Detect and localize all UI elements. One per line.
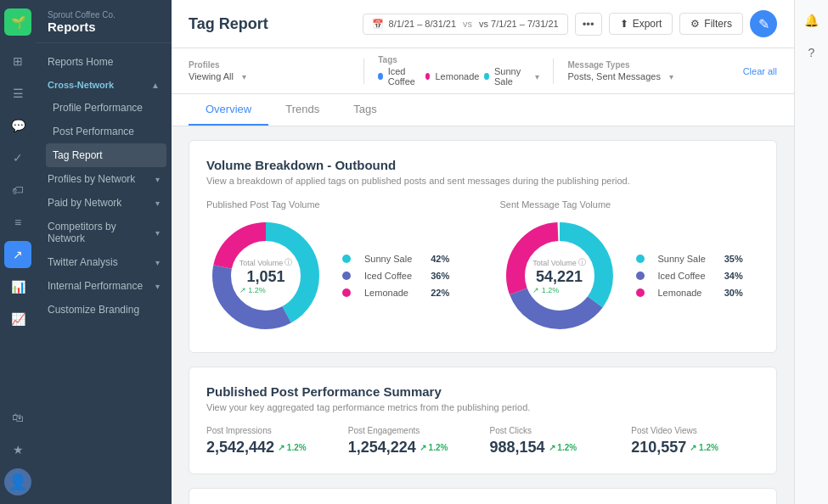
profiles-filter: Profiles Viewing All ▾ — [189, 60, 350, 81]
right-rail: 🔔 ? — [794, 0, 828, 504]
help-icon[interactable]: ? — [800, 41, 824, 64]
tab-tags[interactable]: Tags — [336, 94, 393, 126]
published-chart-container: Total Volume ⓘ 1,051 ↗ 1.2% Sunny Sale 4… — [206, 216, 466, 335]
impressions-label: Post Impressions — [206, 426, 335, 435]
clear-all-button[interactable]: Clear all — [743, 66, 777, 76]
header-actions: 📅 8/1/21 – 8/31/21 vs vs 7/1/21 – 7/31/2… — [363, 10, 777, 37]
published-donut: Total Volume ⓘ 1,051 ↗ 1.2% — [206, 216, 325, 335]
send-icon[interactable]: ↗ — [4, 241, 31, 268]
list-icon[interactable]: ≡ — [4, 209, 31, 236]
content-area: Volume Breakdown - Outbound View a break… — [172, 126, 794, 504]
message-types-value[interactable]: Posts, Sent Messages ▾ — [567, 71, 729, 81]
export-button[interactable]: ⬆ Export — [609, 13, 673, 35]
vs-text: vs — [463, 19, 472, 29]
published-donut-center: Total Volume ⓘ 1,051 ↗ 1.2% — [239, 257, 293, 294]
profiles-filter-value[interactable]: Viewing All ▾ — [189, 71, 350, 81]
export-icon: ⬆ — [620, 18, 628, 30]
sent-info-icon[interactable]: ⓘ — [578, 257, 586, 268]
home-icon[interactable]: ⊞ — [4, 48, 31, 75]
lemonade-name-pub: Lemonade — [364, 288, 412, 298]
impressions-value: 2,542,442 ↗ 1.2% — [206, 439, 335, 456]
legend-sunny-sale-sent: Sunny Sale 35% — [636, 254, 743, 264]
sunny-sale-pct-pub: 42% — [425, 254, 449, 264]
feed-icon[interactable]: ☰ — [4, 80, 31, 107]
video-views-trend: ↗ 1.2% — [690, 443, 718, 452]
tags-filter-value[interactable]: Iced Coffee Lemonade Sunny Sale ▾ — [378, 66, 539, 87]
notification-icon[interactable]: 🔔 — [800, 8, 824, 32]
avatar-icon[interactable]: 👤 — [4, 468, 31, 496]
metric-impressions: Post Impressions 2,542,442 ↗ 1.2% — [206, 426, 335, 456]
analytics-icon[interactable]: 📊 — [4, 273, 31, 300]
message-icon[interactable]: 💬 — [4, 112, 31, 139]
sidebar-item-reports-home[interactable]: Reports Home — [36, 50, 172, 74]
published-total-label: Total Volume ⓘ — [239, 257, 293, 268]
metric-engagements: Post Engagements 1,254,224 ↗ 1.2% — [348, 426, 476, 456]
clicks-value: 988,154 ↗ 1.2% — [490, 439, 618, 456]
sidebar-section-cross-network[interactable]: Cross-Network ▲ — [36, 74, 172, 96]
performance-summary-card: Published Post Performance Summary View … — [189, 367, 777, 474]
sent-legend: Sunny Sale 35% Iced Coffee 34% Lemonade — [636, 254, 743, 298]
star-icon[interactable]: ★ — [4, 436, 31, 463]
message-types-label: Message Types — [567, 60, 729, 70]
engagements-trend: ↗ 1.2% — [420, 443, 448, 452]
sidebar-item-tag-report[interactable]: Tag Report — [46, 143, 166, 167]
legend-iced-coffee-sent: Iced Coffee 34% — [636, 271, 743, 281]
chevron-down-icon-4: ▾ — [155, 258, 160, 267]
tags-filter-label: Tags — [378, 55, 539, 64]
sidebar-item-twitter[interactable]: Twitter Analysis ▾ — [36, 250, 172, 274]
task-icon[interactable]: ✓ — [4, 144, 31, 171]
lemonade-dot — [425, 73, 430, 80]
sidebar-nav: Reports Home Cross-Network ▲ Profile Per… — [36, 43, 172, 504]
sidebar-item-branding[interactable]: Customize Branding — [36, 298, 172, 322]
calendar-icon: 📅 — [372, 19, 384, 30]
filters-button[interactable]: ⚙ Filters — [679, 13, 743, 35]
impressions-number: 2,542,442 — [206, 439, 274, 456]
legend-lemonade-pub: Lemonade 22% — [342, 288, 449, 298]
paid-by-network-label: Paid by Network — [48, 197, 121, 209]
charts-icon[interactable]: 📈 — [4, 305, 31, 333]
filter-icon: ⚙ — [690, 18, 700, 30]
filter-divider-2 — [553, 59, 554, 84]
sent-donut: Total Volume ⓘ 54,221 ↗ 1.2% — [500, 216, 619, 335]
profiles-filter-label: Profiles — [189, 60, 350, 70]
more-options-button[interactable]: ••• — [575, 13, 602, 36]
volume-subtitle: View a breakdown of applied tags on publ… — [206, 176, 759, 186]
date-range-value: 8/1/21 – 8/31/21 — [389, 19, 457, 29]
iced-coffee-pct-sent: 34% — [719, 271, 743, 281]
tag-icon[interactable]: 🏷 — [4, 176, 31, 204]
tab-trends[interactable]: Trends — [268, 94, 336, 126]
video-views-number: 210,557 — [631, 439, 686, 456]
icon-rail: 🌱 ⊞ ☰ 💬 ✓ 🏷 ≡ ↗ 📊 📈 🛍 ★ 👤 — [0, 0, 36, 504]
sidebar-item-post-performance[interactable]: Post Performance — [41, 120, 172, 143]
main-content: Tag Report 📅 8/1/21 – 8/31/21 vs vs 7/1/… — [172, 0, 794, 504]
sidebar-item-profiles-by-network[interactable]: Profiles by Network ▾ — [36, 167, 172, 191]
published-info-icon[interactable]: ⓘ — [284, 257, 292, 268]
impressions-trend: ↗ 1.2% — [278, 443, 307, 452]
video-views-value: 210,557 ↗ 1.2% — [631, 439, 759, 456]
brand-icon[interactable]: 🌱 — [4, 8, 31, 36]
compose-button[interactable]: ✎ — [750, 10, 777, 37]
twitter-label: Twitter Analysis — [48, 256, 118, 268]
export-label: Export — [633, 18, 662, 30]
performance-subtitle: View your key aggregated tag performance… — [206, 402, 759, 412]
clicks-number: 988,154 — [490, 439, 545, 456]
chevron-down-icon-5: ▾ — [155, 282, 160, 291]
sidebar-item-profile-performance[interactable]: Profile Performance — [41, 96, 172, 120]
top-header: Tag Report 📅 8/1/21 – 8/31/21 vs vs 7/1/… — [172, 0, 794, 48]
sunny-sale-name-pub: Sunny Sale — [364, 254, 412, 264]
store-icon[interactable]: 🛍 — [4, 404, 31, 431]
sent-trend: ↗ 1.2% — [532, 286, 586, 294]
legend-sunny-sale-pub: Sunny Sale 42% — [342, 254, 449, 264]
legend-iced-coffee-pub: Iced Coffee 36% — [342, 271, 449, 281]
sent-chart-container: Total Volume ⓘ 54,221 ↗ 1.2% Sunny Sale … — [500, 216, 760, 335]
message-types-chevron-icon: ▾ — [669, 72, 673, 81]
date-range-button[interactable]: 📅 8/1/21 – 8/31/21 vs vs 7/1/21 – 7/31/2… — [363, 14, 568, 35]
sidebar-item-internal[interactable]: Internal Performance ▾ — [36, 274, 172, 298]
volume-breakdown-card: Volume Breakdown - Outbound View a break… — [189, 140, 777, 353]
engagements-number: 1,254,224 — [348, 439, 416, 456]
sunny-sale-dot-pub — [342, 255, 351, 263]
iced-coffee-dot — [378, 73, 382, 80]
tab-overview[interactable]: Overview — [189, 94, 268, 126]
sidebar-item-competitors[interactable]: Competitors by Network ▾ — [36, 215, 172, 250]
sidebar-item-paid-by-network[interactable]: Paid by Network ▾ — [36, 191, 172, 215]
